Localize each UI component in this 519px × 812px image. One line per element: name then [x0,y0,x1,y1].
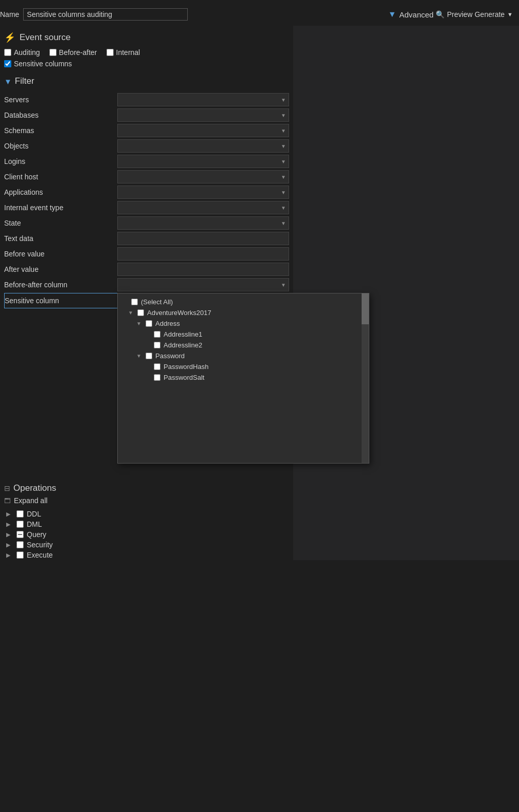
ddl-checkbox[interactable] [16,510,24,518]
logins-select[interactable] [117,155,289,168]
passwordsalt-checkbox[interactable] [154,374,160,381]
name-row: Name [0,8,188,21]
address-checkbox[interactable] [146,320,152,327]
servers-select[interactable] [117,93,289,106]
sensitive-column-wrapper: Sensitive column [4,293,289,308]
popup-item-password[interactable]: ▼ Password [118,350,362,361]
event-source-title: Event source [20,32,70,43]
schemas-label: Schemas [4,126,117,135]
main-container: Name ▼ Advanced 🔍 Preview Generate ▼ ⚡ E… [0,0,519,565]
filter-row-before-after-column: Before-after column [4,278,289,292]
addressline1-checkbox[interactable] [154,331,160,338]
filter-row-text-data: Text data [4,231,289,246]
addressline2-label: Addressline2 [164,341,202,349]
filter-row-objects: Objects [4,139,289,153]
advanced-button[interactable]: ▼ Advanced [388,10,434,19]
before-after-checkbox-item: Before-after [49,48,97,57]
sensitive-columns-checkbox[interactable] [4,60,11,67]
popup-item-addressline1[interactable]: Addressline1 [118,329,362,340]
filter-row-schemas: Schemas [4,123,289,138]
passwordhash-label: PasswordHash [164,363,208,371]
security-checkbox[interactable] [16,541,24,548]
preview-label: Preview [447,10,473,19]
execute-checkbox[interactable] [16,551,24,559]
content-area: ⚡ Event source Auditing Before-after Int… [0,26,519,560]
popup-item-addressline2[interactable]: Addressline2 [118,340,362,350]
tree-item-dml[interactable]: ▶ DML [4,519,289,529]
passwordhash-checkbox[interactable] [154,363,160,370]
state-select[interactable] [117,216,289,230]
addressline2-checkbox[interactable] [154,342,160,348]
dml-checkbox[interactable] [16,521,24,528]
filter-section: ▼ Filter Servers Databases [4,76,289,308]
objects-select[interactable] [117,139,289,153]
lightning-icon: ⚡ [4,32,15,43]
popup-item-passwordsalt[interactable]: PasswordSalt [118,372,362,383]
before-after-column-select[interactable] [117,278,289,291]
popup-item-adventureworks[interactable]: ▼ AdventureWorks2017 [118,307,362,318]
databases-dropdown-wrapper [117,108,289,122]
name-input[interactable] [23,8,188,21]
sensitive-column-popup: (Select All) ▼ AdventureWorks2017 [117,293,369,464]
popup-arrow-password: ▼ [136,353,142,359]
sensitive-columns-checkbox-item: Sensitive columns [4,60,72,68]
tree-item-execute[interactable]: ▶ Execute [4,550,289,560]
tree-item-query[interactable]: ▶ Query [4,529,289,540]
servers-label: Servers [4,96,117,104]
address-label: Address [155,320,180,327]
internal-event-type-select[interactable] [117,201,289,214]
schemas-select[interactable] [117,124,289,137]
adventureworks-label: AdventureWorks2017 [147,309,211,317]
popup-scrollbar-thumb[interactable] [362,293,369,324]
client-host-dropdown-wrapper [117,170,289,183]
tree-item-ddl[interactable]: ▶ DDL [4,509,289,519]
expand-all-icon: 🗔 [4,497,11,505]
popup-item-select-all[interactable]: (Select All) [118,297,362,307]
operations-section: ⊟ Operations 🗔 Expand all ▶ DDL ▶ [4,483,289,560]
operations-icon: ⊟ [4,484,10,492]
select-all-checkbox[interactable] [131,299,138,305]
tree-item-security[interactable]: ▶ Security [4,540,289,550]
applications-select[interactable] [117,186,289,199]
generate-label: Generate [475,10,505,19]
objects-dropdown-wrapper [117,139,289,153]
preview-button[interactable]: 🔍 Preview [436,10,473,19]
objects-label: Objects [4,142,117,150]
logins-dropdown-wrapper [117,155,289,168]
filter-title: Filter [15,76,34,86]
before-value-input[interactable] [117,247,289,261]
auditing-checkbox-item: Auditing [4,48,40,57]
auditing-checkbox[interactable] [4,49,11,56]
state-dropdown-wrapper [117,216,289,230]
popup-scrollbar[interactable] [362,293,369,463]
query-label: Query [27,530,46,539]
filter-header: ▼ Filter [4,76,289,86]
after-value-label: After value [4,265,117,273]
expand-all-row[interactable]: 🗔 Expand all [4,496,289,505]
filter-row-before-value: Before value [4,247,289,261]
filter-icon-top: ▼ [388,10,396,19]
query-checkbox[interactable] [16,531,24,538]
filter-row-applications: Applications [4,185,289,199]
advanced-label: Advanced [399,10,434,19]
popup-item-passwordhash[interactable]: PasswordHash [118,361,362,372]
passwordsalt-label: PasswordSalt [164,374,204,381]
before-after-checkbox[interactable] [49,49,57,56]
adventureworks-checkbox[interactable] [137,309,144,316]
after-value-input[interactable] [117,263,289,276]
password-checkbox[interactable] [146,353,152,359]
popup-arrow-passwordsalt [145,375,151,380]
event-source-checkbox-row: Auditing Before-after Internal [4,48,289,57]
filter-row-client-host: Client host [4,170,289,184]
chevron-down-icon: ▼ [507,11,513,17]
internal-checkbox[interactable] [106,49,114,56]
client-host-label: Client host [4,173,117,181]
text-data-input[interactable] [117,232,289,245]
client-host-select[interactable] [117,170,289,183]
generate-button[interactable]: Generate ▼ [475,10,513,19]
top-bar: Name ▼ Advanced 🔍 Preview Generate ▼ [0,5,519,24]
popup-item-address[interactable]: ▼ Address [118,318,362,329]
text-data-label: Text data [4,234,117,243]
security-label: Security [27,541,53,549]
databases-select[interactable] [117,108,289,122]
